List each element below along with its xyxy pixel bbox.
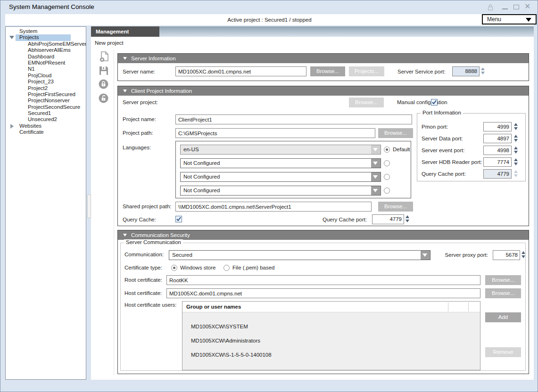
lock-icon bbox=[487, 4, 494, 12]
communication-select[interactable]: Secured bbox=[169, 250, 430, 260]
spinner-arrows-icon[interactable] bbox=[514, 158, 519, 165]
server-browse-button[interactable]: Browse... bbox=[310, 66, 345, 76]
root-certificate-input[interactable] bbox=[166, 275, 480, 285]
shared-path-browse-button[interactable]: Browse... bbox=[378, 202, 413, 212]
add-user-button[interactable]: Add bbox=[485, 312, 521, 322]
project-path-input[interactable] bbox=[175, 128, 375, 138]
expander-closed-icon[interactable] bbox=[10, 124, 14, 129]
port-row-spinner[interactable]: 7774 bbox=[483, 157, 512, 167]
spinner-arrows-icon[interactable] bbox=[514, 170, 519, 177]
query-cache-checkbox[interactable] bbox=[175, 216, 182, 222]
server-project-label: Server project: bbox=[123, 98, 158, 107]
expander-open-icon[interactable] bbox=[9, 36, 14, 39]
section-header[interactable]: Client Project Information bbox=[118, 86, 529, 96]
section-header[interactable]: Server Information bbox=[118, 54, 529, 63]
server-project-browse-button[interactable]: Browse... bbox=[349, 98, 384, 107]
host-certificate-browse-button[interactable]: Browse... bbox=[485, 288, 521, 298]
shared-project-path-label: Shared project path: bbox=[123, 202, 172, 212]
port-row-spinner[interactable]: 4998 bbox=[483, 146, 512, 155]
language-default-radio-4[interactable] bbox=[384, 188, 390, 194]
tree-item-unsecured2[interactable]: Unsecured2 bbox=[6, 116, 86, 122]
new-project-icon[interactable] bbox=[99, 51, 110, 62]
language-select-value: Not Configured bbox=[183, 172, 220, 181]
tree-item-projects[interactable]: Projects bbox=[6, 34, 86, 41]
tree-item-project2[interactable]: Project2 bbox=[6, 85, 86, 91]
language-default-radio-2[interactable] bbox=[384, 160, 390, 166]
user-list-item[interactable]: MD1005XCW\Administrators bbox=[182, 334, 480, 348]
maximize-button[interactable] bbox=[513, 5, 519, 9]
tree-item-system[interactable]: System bbox=[6, 28, 86, 34]
tree-scrollbar[interactable] bbox=[87, 26, 91, 380]
tree-item-dashboard[interactable]: Dashboard bbox=[6, 54, 86, 60]
port-row-spinner[interactable]: 4999 bbox=[483, 122, 512, 131]
project-name-input[interactable] bbox=[175, 114, 412, 124]
projects-button[interactable]: Projects... bbox=[349, 66, 384, 76]
port-row-label: Server Data port: bbox=[422, 134, 463, 143]
users-column-header[interactable]: Group or user names bbox=[182, 302, 480, 312]
user-list-item[interactable]: MD1005XCW\SYSTEM bbox=[182, 319, 480, 334]
tree-item-certificate[interactable]: Certificate bbox=[6, 129, 86, 135]
tree-item-projcloud[interactable]: ProjCloud bbox=[6, 73, 86, 79]
section-server-information: Server Information Server name: Browse..… bbox=[117, 53, 529, 81]
spinner-arrows-icon[interactable] bbox=[514, 135, 519, 142]
tab-management[interactable]: Management bbox=[91, 26, 159, 37]
language-default-radio-3[interactable] bbox=[384, 174, 390, 180]
tree-item-websites[interactable]: Websites bbox=[6, 123, 86, 129]
tree-item-projectsecondsecure[interactable]: ProjectSecondSecure bbox=[6, 104, 86, 110]
root-certificate-browse-button[interactable]: Browse... bbox=[485, 275, 521, 285]
windows-store-radio[interactable] bbox=[171, 265, 177, 271]
section-header[interactable]: Communication Security bbox=[118, 230, 529, 240]
pem-file-radio[interactable] bbox=[223, 265, 230, 271]
tree-item-secured1[interactable]: Secured1 bbox=[6, 110, 86, 116]
new-project-command[interactable]: New project bbox=[95, 40, 124, 46]
language-select-2[interactable]: Not Configured bbox=[180, 158, 381, 168]
language-default-radio-1[interactable] bbox=[384, 147, 390, 153]
host-certificate-users-list[interactable]: Group or user names MD1005XCW\SYSTEMMD10… bbox=[182, 301, 480, 370]
tree-item-project_23[interactable]: Project_23 bbox=[6, 79, 86, 85]
chevron-down-icon[interactable] bbox=[371, 186, 381, 195]
save-icon[interactable] bbox=[99, 65, 110, 77]
tree-item-label: Websites bbox=[19, 123, 41, 129]
server-service-port-spinner[interactable]: 8888 bbox=[452, 66, 480, 76]
port-row-spinner[interactable]: 4779 bbox=[483, 169, 512, 179]
chevron-down-icon[interactable] bbox=[371, 159, 381, 168]
manual-configuration-checkbox[interactable] bbox=[431, 99, 438, 106]
collapse-triangle-icon bbox=[123, 234, 127, 237]
language-select-1[interactable]: en-US bbox=[180, 145, 381, 155]
tree-item-abhiserverallems[interactable]: AbhiserverAllEms bbox=[6, 47, 86, 53]
port-row-spinner[interactable]: 4897 bbox=[483, 134, 512, 143]
spinner-arrows-icon[interactable] bbox=[481, 67, 486, 74]
server-name-input[interactable] bbox=[175, 66, 306, 76]
tree-scrollbar-thumb[interactable] bbox=[87, 195, 91, 218]
remove-user-button[interactable]: Remove bbox=[485, 347, 521, 357]
menu-dropdown[interactable]: Menu bbox=[482, 14, 537, 24]
server-proxy-port-spinner[interactable]: 5678 bbox=[493, 250, 520, 260]
unlock-icon[interactable] bbox=[99, 93, 110, 105]
spinner-arrows-icon[interactable] bbox=[514, 123, 519, 130]
collapse-triangle-icon bbox=[123, 90, 127, 92]
lock-icon[interactable] bbox=[99, 79, 110, 90]
spinner-arrows-icon[interactable] bbox=[521, 251, 526, 258]
tree-item-n1[interactable]: N1 bbox=[6, 66, 86, 72]
query-cache-port-spinner[interactable]: 4779 bbox=[372, 214, 404, 224]
tree-item-projectfirstsecured[interactable]: ProjectFirstSecured bbox=[6, 91, 86, 98]
minimize-button[interactable] bbox=[502, 8, 508, 9]
project-path-browse-button[interactable]: Browse... bbox=[378, 128, 413, 138]
host-certificate-input[interactable] bbox=[166, 288, 480, 298]
chevron-down-icon[interactable] bbox=[421, 251, 430, 260]
spinner-arrows-icon[interactable] bbox=[514, 147, 519, 154]
port-row-label: Query Cache port: bbox=[422, 169, 466, 179]
close-button[interactable]: ✕ bbox=[524, 2, 530, 11]
tree-item-label: Certificate bbox=[19, 129, 44, 135]
tree-item-abhiprojsomeemserver[interactable]: AbhiProjSomeEMServer bbox=[6, 41, 86, 47]
shared-project-path-input[interactable] bbox=[175, 202, 372, 212]
language-select-4[interactable]: Not Configured bbox=[180, 186, 381, 196]
tree-item-emnotpresent[interactable]: EMNotPResent bbox=[6, 60, 86, 66]
spinner-arrows-icon[interactable] bbox=[406, 215, 410, 222]
user-list-item[interactable]: MD1005XCW\S-1-5-5-0-1400108 bbox=[182, 348, 480, 362]
tree-item-projectnonserver[interactable]: ProjectNonserver bbox=[6, 98, 86, 104]
language-select-3[interactable]: Not Configured bbox=[180, 172, 381, 182]
chevron-down-icon[interactable] bbox=[371, 145, 381, 154]
chevron-down-icon[interactable] bbox=[371, 172, 381, 181]
communication-label: Communication: bbox=[124, 250, 164, 260]
